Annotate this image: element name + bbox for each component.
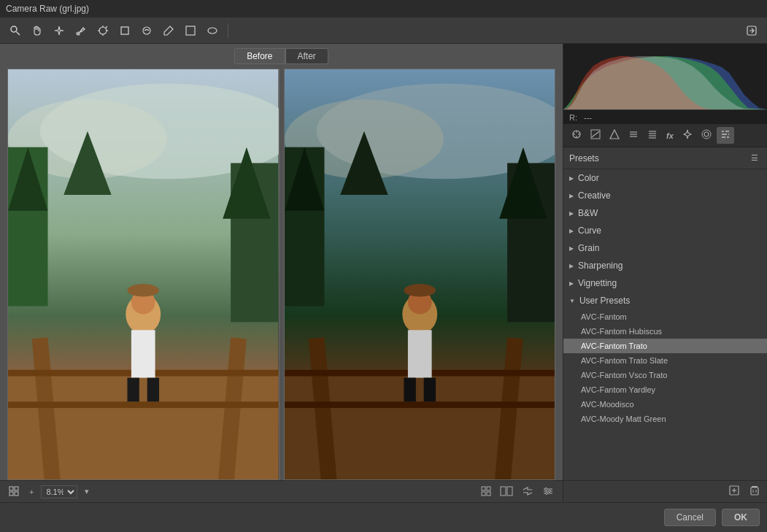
svg-rect-52 (15, 487, 18, 490)
images-row (0, 69, 563, 480)
histogram-chart (563, 44, 767, 109)
curve-triangle: ▶ (569, 228, 574, 234)
sharpening-triangle: ▶ (569, 263, 574, 269)
adjustment-brush-tool[interactable] (159, 21, 178, 40)
presets-panel-tab[interactable] (717, 127, 734, 144)
creative-group-header[interactable]: ▶ Creative (563, 187, 767, 204)
user-presets-group-header[interactable]: ▼ User Presets (563, 292, 767, 309)
zoom-info: 8.1% 25% 50% 100% (41, 485, 77, 498)
user-presets-triangle: ▼ (569, 298, 575, 304)
bw-triangle: ▶ (569, 210, 574, 217)
svg-rect-55 (482, 487, 485, 490)
svg-point-65 (549, 490, 551, 492)
bw-group-header[interactable]: ▶ B&W (563, 204, 767, 222)
svg-point-83 (702, 130, 711, 139)
svg-point-66 (546, 492, 548, 494)
list-item[interactable]: AVC-Fantom Trato Slate (563, 353, 767, 368)
list-item[interactable]: AVC-Moodisco (563, 397, 767, 412)
before-photo (8, 69, 279, 479)
vignetting-group-label: Vignetting (578, 278, 617, 288)
histogram-area: R: --- G: --- B: --- (563, 44, 767, 124)
r-label: R: (569, 113, 581, 122)
svg-rect-94 (751, 487, 758, 495)
image-section: Before After (0, 44, 563, 502)
user-presets-group-label: User Presets (579, 296, 630, 306)
ok-button[interactable]: OK (722, 509, 760, 526)
detail-panel-tab[interactable] (606, 127, 623, 144)
before-after-view-button[interactable] (497, 485, 516, 499)
svg-rect-60 (507, 487, 512, 496)
list-item[interactable]: AVC-Moody Matt Green (563, 412, 767, 426)
effects-panel-tab[interactable] (679, 127, 696, 144)
after-tab[interactable]: After (285, 48, 328, 64)
g-value: --- (584, 123, 592, 124)
grid-view-button[interactable] (478, 485, 494, 499)
zoom-in-button[interactable]: + (26, 486, 36, 498)
svg-point-3 (99, 27, 107, 34)
list-item[interactable]: AVC-Fantom Yardley (563, 382, 767, 397)
list-item[interactable]: AVC-Fantom Hubiscus (563, 324, 767, 339)
hsl-panel-tab[interactable] (625, 127, 642, 144)
hand-tool[interactable] (28, 21, 47, 40)
svg-rect-56 (487, 487, 490, 490)
split-toning-panel-tab[interactable] (644, 127, 661, 144)
svg-rect-10 (186, 26, 195, 35)
delete-preset-button[interactable] (747, 484, 763, 499)
crop-tool[interactable] (115, 21, 134, 40)
svg-rect-58 (487, 492, 490, 496)
presets-menu-button[interactable]: ☰ (748, 152, 761, 164)
window-title: Camera Raw (grl.jpg) (6, 4, 89, 14)
creative-triangle: ▶ (569, 193, 574, 199)
color-group-header[interactable]: ▶ Color (563, 169, 767, 187)
svg-rect-51 (9, 487, 13, 490)
basic-adjustments-tab[interactable] (568, 127, 585, 144)
curve-group-label: Curve (578, 225, 601, 236)
after-photo (285, 69, 555, 479)
before-image-panel (7, 69, 280, 480)
white-balance-tool[interactable] (50, 21, 69, 40)
svg-rect-46 (407, 330, 431, 377)
export-button[interactable] (742, 21, 761, 40)
cancel-button[interactable]: Cancel (664, 509, 716, 526)
swap-before-after-button[interactable] (519, 485, 536, 499)
bottom-bar-right (478, 485, 557, 499)
svg-rect-59 (501, 487, 506, 496)
settings-button[interactable] (539, 485, 557, 499)
zoom-select[interactable]: 8.1% 25% 50% 100% (41, 485, 77, 498)
svg-point-50 (404, 284, 436, 296)
list-item[interactable]: AVC-Fantom (563, 309, 767, 324)
svg-rect-25 (8, 401, 279, 408)
camera-calibration-panel-tab[interactable] (698, 127, 715, 144)
fit-screen-button[interactable] (6, 485, 22, 499)
spot-removal-tool[interactable] (137, 21, 156, 40)
graduated-filter-tool[interactable] (181, 21, 200, 40)
sharpening-group-header[interactable]: ▶ Sharpening (563, 257, 767, 274)
zoom-dropdown-button[interactable]: ▾ (82, 485, 92, 498)
list-item[interactable]: AVC-Fantom Trato (563, 339, 767, 353)
grain-group-header[interactable]: ▶ Grain (563, 239, 767, 257)
sharpening-group-label: Sharpening (578, 261, 623, 271)
list-item[interactable]: AVC-Fantom Vsco Trato (563, 368, 767, 382)
lens-panel-tab[interactable]: fx (663, 127, 677, 144)
before-after-tabs: Before After (0, 44, 563, 69)
zoom-tool[interactable] (6, 21, 25, 40)
curve-group-header[interactable]: ▶ Curve (563, 222, 767, 239)
vignetting-group-header[interactable]: ▶ Vignetting (563, 274, 767, 292)
right-panel: R: --- G: --- B: --- (563, 44, 767, 502)
grain-group-label: Grain (578, 243, 599, 253)
svg-rect-29 (147, 378, 159, 402)
svg-rect-48 (423, 378, 435, 402)
svg-rect-27 (131, 330, 155, 377)
presets-panel: Presets ☰ ▶ Color ▶ Creative (563, 147, 767, 480)
creative-group-label: Creative (578, 190, 611, 201)
before-tab[interactable]: Before (234, 48, 285, 64)
targeted-adjustment-tool[interactable] (93, 21, 112, 40)
g-label: G: (569, 123, 581, 124)
tone-curve-panel-tab[interactable] (587, 127, 604, 144)
bw-group-label: B&W (578, 208, 598, 218)
panel-tabs: fx (563, 124, 767, 147)
toolbar-separator (228, 23, 228, 38)
color-sampler-tool[interactable] (72, 21, 90, 40)
radial-filter-tool[interactable] (203, 21, 222, 40)
add-preset-button[interactable] (726, 484, 742, 499)
